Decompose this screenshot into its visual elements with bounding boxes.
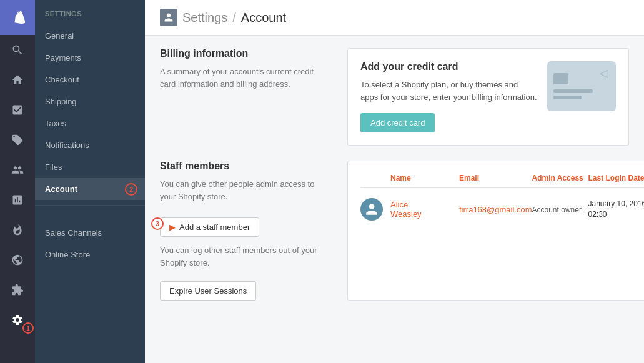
header-account-icon xyxy=(160,9,177,26)
billing-card-title: Add your credit card xyxy=(360,61,537,72)
billing-card: Add your credit card To select a Shopify… xyxy=(347,48,629,146)
sub-header xyxy=(35,211,145,222)
staff-avatar-col xyxy=(360,198,390,221)
customers-icon-nav[interactable] xyxy=(0,155,35,185)
sidebar-item-online-store[interactable]: Online Store xyxy=(35,244,145,266)
staff-access-text: Account owner xyxy=(532,206,582,214)
card-stripe-1 xyxy=(553,89,593,93)
staff-logout-description: You can log other staff members out of y… xyxy=(160,244,329,269)
sidebar-item-files[interactable]: Files xyxy=(35,156,145,178)
badge-1: 1 xyxy=(22,322,34,334)
billing-card-description: To select a Shopify plan, or buy themes … xyxy=(360,79,537,103)
sidebar-item-notifications[interactable]: Notifications xyxy=(35,134,145,156)
shopify-logo[interactable] xyxy=(0,0,35,35)
content-area: Billing information A summary of your ac… xyxy=(145,36,644,328)
nav-divider xyxy=(35,205,145,206)
staff-table: Name Email Admin Access Last Login Date … xyxy=(360,174,644,226)
sidebar-item-account[interactable]: Account 2 xyxy=(35,178,145,200)
globe-icon-nav[interactable] xyxy=(0,245,35,275)
settings-icon-nav[interactable]: 1 xyxy=(0,305,35,335)
sidebar-item-payments[interactable]: Payments xyxy=(35,47,145,69)
staff-description: You can give other people admin access t… xyxy=(160,178,329,202)
card-chip xyxy=(553,73,568,84)
staff-access-col: Account owner xyxy=(532,205,588,214)
staff-section-left: Staff members You can give other people … xyxy=(160,161,335,301)
expire-sessions-button[interactable]: Expire User Sessions xyxy=(160,281,256,301)
home-icon-nav[interactable] xyxy=(0,65,35,95)
staff-table-header: Name Email Admin Access Last Login Date xyxy=(360,174,644,188)
sidebar-item-shipping[interactable]: Shipping xyxy=(35,91,145,112)
add-staff-button[interactable]: ▶ Add a staff member xyxy=(160,217,259,237)
col-login-header: Last Login Date xyxy=(588,174,644,182)
staff-email-link[interactable]: firra168@gmail.com xyxy=(459,205,532,214)
billing-title: Billing information xyxy=(160,48,329,59)
card-stripe-2 xyxy=(553,96,582,99)
col-access-header: Admin Access xyxy=(532,174,588,182)
main-content: Settings / Account Billing information A… xyxy=(145,0,644,363)
billing-card-info: Add your credit card To select a Shopify… xyxy=(360,61,537,132)
sidebar-item-general[interactable]: General xyxy=(35,25,145,47)
staff-card: Name Email Admin Access Last Login Date … xyxy=(347,161,644,301)
billing-section-left: Billing information A summary of your ac… xyxy=(160,48,335,146)
col-name-header: Name xyxy=(390,174,459,182)
breadcrumb-separator: / xyxy=(232,11,236,25)
card-nfc-icon: ◁ xyxy=(600,66,611,77)
tags-icon-nav[interactable] xyxy=(0,125,35,155)
add-credit-card-button[interactable]: Add credit card xyxy=(360,113,435,132)
badge-2: 2 xyxy=(125,183,137,196)
table-row: AliceWeasley firra168@gmail.com Account … xyxy=(360,193,644,226)
billing-description: A summary of your account's current cred… xyxy=(160,66,329,90)
staff-title: Staff members xyxy=(160,161,329,172)
sidebar-item-sales-channels[interactable]: Sales Channels xyxy=(35,222,145,244)
staff-login-date: January 10, 201602:30 xyxy=(588,199,644,219)
analytics-icon-nav[interactable] xyxy=(0,185,35,215)
orders-icon-nav[interactable] xyxy=(0,95,35,125)
col-email-header: Email xyxy=(459,174,532,182)
staff-login-col: January 10, 201602:30 xyxy=(588,199,644,220)
page-header: Settings / Account xyxy=(145,0,644,36)
breadcrumb-settings: Settings xyxy=(182,11,227,25)
marketing-icon-nav[interactable] xyxy=(0,215,35,245)
badge-3: 3 xyxy=(151,217,164,230)
col-avatar-header xyxy=(360,174,390,182)
staff-section: Staff members You can give other people … xyxy=(160,161,629,301)
apps-icon-nav[interactable] xyxy=(0,275,35,305)
nav-sidebar: SETTINGS General Payments Checkout Shipp… xyxy=(35,0,145,363)
add-staff-arrow-icon: ▶ xyxy=(169,222,176,232)
credit-card-illustration: ◁ xyxy=(547,61,616,111)
sidebar-item-checkout[interactable]: Checkout xyxy=(35,69,145,91)
icon-sidebar: 1 xyxy=(0,0,35,363)
search-icon-nav[interactable] xyxy=(0,35,35,65)
nav-header: SETTINGS xyxy=(35,0,145,25)
avatar xyxy=(360,198,383,221)
staff-name-link[interactable]: AliceWeasley xyxy=(390,200,422,219)
breadcrumb-current: Account xyxy=(241,11,286,25)
staff-email-col: firra168@gmail.com xyxy=(459,205,532,214)
staff-name-col: AliceWeasley xyxy=(390,200,459,219)
sidebar-item-taxes[interactable]: Taxes xyxy=(35,112,145,134)
billing-section: Billing information A summary of your ac… xyxy=(160,48,629,146)
